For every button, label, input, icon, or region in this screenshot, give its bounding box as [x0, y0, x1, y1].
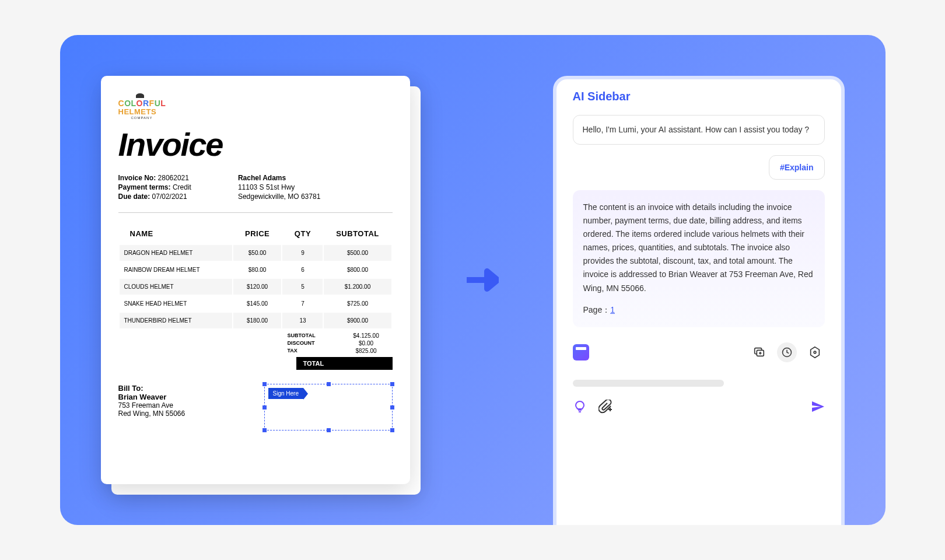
svg-point-5	[814, 351, 816, 354]
row-name: RAINBOW DREAM HELMET	[120, 262, 232, 278]
invoice-no-value: 28062021	[158, 174, 189, 182]
invoice-meta: Invoice No: 28062021 Payment terms: Cred…	[118, 174, 393, 202]
explain-chip[interactable]: #Explain	[769, 155, 825, 180]
table-row: SNAKE HEAD HELMET$145.007$725.00	[120, 296, 391, 312]
discount-value: $0.00	[340, 340, 393, 346]
table-row: CLOUDS HELMET$120.005$1.200.00	[120, 279, 391, 295]
bill-to-title: Bill To:	[118, 384, 186, 393]
invoice-document[interactable]: COLORFUL HELMETS COMPANY Invoice Invoice…	[101, 76, 410, 484]
ai-sidebar-panel: AI Sidebar Hello, I'm Lumi, your AI assi…	[553, 76, 845, 525]
arrow-right-icon	[464, 262, 499, 298]
row-qty: 7	[282, 296, 323, 312]
logo-line-3: COMPANY	[131, 116, 153, 120]
row-price: $50.00	[233, 245, 282, 261]
row-subtotal: $1.200.00	[324, 279, 391, 295]
row-name: SNAKE HEAD HELMET	[120, 296, 232, 312]
invoice-table: NAME PRICE QTY SUBTOTAL DRAGON HEAD HELM…	[118, 223, 393, 330]
bill-to-block: Bill To: Brian Weaver 753 Freeman Ave Re…	[118, 384, 186, 418]
row-name: CLOUDS HELMET	[120, 279, 232, 295]
signature-field[interactable]: Sign Here	[264, 384, 393, 430]
response-text: The content is an invoice with details i…	[583, 201, 814, 295]
settings-hex-icon[interactable]	[805, 342, 825, 362]
sidebar-title: AI Sidebar	[573, 90, 825, 103]
table-row: DRAGON HEAD HELMET$50.009$500.00	[120, 245, 391, 261]
helmet-icon	[136, 93, 144, 98]
canvas: COLORFUL HELMETS COMPANY Invoice Invoice…	[60, 35, 886, 525]
row-subtotal: $500.00	[324, 245, 391, 261]
page-reference: Page：1	[583, 303, 814, 317]
row-qty: 13	[282, 313, 323, 328]
row-qty: 6	[282, 262, 323, 278]
payment-terms-value: Credit	[173, 183, 191, 191]
divider	[118, 212, 393, 213]
due-date-value: 07/02/2021	[152, 192, 187, 201]
row-qty: 5	[282, 279, 323, 295]
row-subtotal: $900.00	[324, 313, 391, 328]
chat-add-icon[interactable]	[749, 342, 769, 362]
invoice-totals: SUBTOTAL$4.125.00 DISCOUNT$0.00 TAX$825.…	[118, 332, 393, 355]
history-icon[interactable]	[777, 342, 797, 362]
bill-to-addr2: Red Wing, MN 55066	[118, 410, 186, 418]
row-price: $120.00	[233, 279, 282, 295]
bill-to-addr1: 753 Freeman Ave	[118, 401, 186, 410]
col-qty: QTY	[282, 225, 323, 244]
bill-from-name: Rachel Adams	[238, 174, 286, 182]
bill-from-addr2: Sedgewickville, MO 63781	[238, 192, 320, 201]
payment-terms-label: Payment terms:	[118, 183, 171, 191]
col-name: NAME	[120, 225, 232, 244]
tax-label: TAX	[288, 348, 340, 354]
col-price: PRICE	[233, 225, 282, 244]
send-icon[interactable]	[811, 400, 825, 414]
row-subtotal: $800.00	[324, 262, 391, 278]
subtotal-label: SUBTOTAL	[288, 332, 340, 339]
logo-line-1: COLORFUL	[118, 99, 166, 107]
invoice-title: Invoice	[118, 125, 393, 163]
invoice-no-label: Invoice No:	[118, 174, 156, 182]
company-logo: COLORFUL HELMETS COMPANY	[118, 93, 393, 120]
table-row: THUNDERBIRD HELMET$180.0013$900.00	[120, 313, 391, 328]
bill-to-name: Brian Weaver	[118, 393, 186, 401]
row-subtotal: $725.00	[324, 296, 391, 312]
row-price: $180.00	[233, 313, 282, 328]
sign-here-tag: Sign Here	[268, 388, 303, 399]
page-link[interactable]: 1	[610, 305, 615, 314]
logo-line-2: HELMETS	[118, 107, 157, 116]
col-subtotal: SUBTOTAL	[324, 225, 391, 244]
chat-input[interactable]	[573, 380, 724, 387]
sidebar-toolbar	[573, 342, 825, 362]
document-stack: COLORFUL HELMETS COMPANY Invoice Invoice…	[101, 76, 410, 484]
due-date-label: Due date:	[118, 192, 150, 201]
page-label: Page：	[583, 305, 611, 314]
lightbulb-icon[interactable]	[573, 400, 587, 414]
app-badge-icon[interactable]	[573, 344, 589, 360]
ai-response: The content is an invoice with details i…	[573, 190, 825, 327]
row-name: THUNDERBIRD HELMET	[120, 313, 232, 328]
tax-value: $825.00	[340, 348, 393, 354]
table-row: RAINBOW DREAM HELMET$80.006$800.00	[120, 262, 391, 278]
attachment-icon[interactable]	[598, 400, 612, 414]
row-qty: 9	[282, 245, 323, 261]
discount-label: DISCOUNT	[288, 340, 340, 346]
row-price: $145.00	[233, 296, 282, 312]
bill-from-addr1: 11103 S 51st Hwy	[238, 183, 320, 191]
row-name: DRAGON HEAD HELMET	[120, 245, 232, 261]
row-price: $80.00	[233, 262, 282, 278]
subtotal-value: $4.125.00	[340, 332, 393, 339]
greeting-message: Hello, I'm Lumi, your AI assistant. How …	[573, 115, 825, 145]
total-bar: TOTAL	[296, 357, 393, 370]
